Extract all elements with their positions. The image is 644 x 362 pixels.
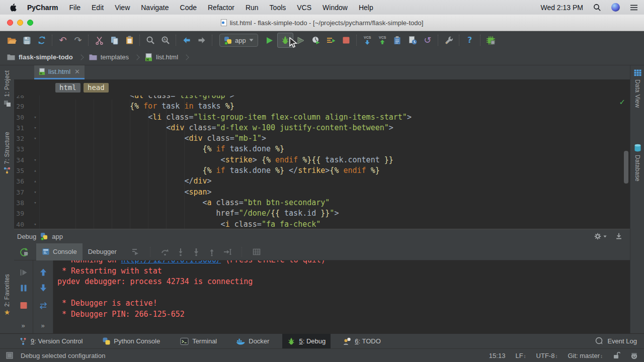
menu-window[interactable]: Window — [317, 4, 353, 12]
fold-marker-icon[interactable]: ▾ — [32, 187, 38, 198]
fold-marker-icon[interactable]: ▾ — [32, 133, 38, 144]
profiler-button[interactable] — [308, 33, 324, 47]
minimize-window-button[interactable] — [17, 20, 23, 26]
toolwindow-debug[interactable]: 5: Debug — [282, 334, 331, 349]
console-output[interactable]: * Running on http://127.0.0.1:5000/ (Pre… — [57, 260, 630, 320]
step-into-icon[interactable] — [176, 247, 185, 256]
synchronize-button[interactable] — [34, 33, 49, 47]
toolwindow-terminal[interactable]: Terminal — [175, 334, 222, 349]
navigate-back-button[interactable] — [179, 33, 194, 47]
concurrency-diagram-button[interactable] — [324, 33, 339, 47]
rollback-button[interactable]: ↺ — [420, 33, 435, 47]
code-line[interactable]: 31▾ <div class="d-flex w-100 justify-con… — [14, 123, 630, 133]
stop-button[interactable] — [339, 33, 354, 47]
fold-marker-icon[interactable]: ▴ — [32, 165, 38, 176]
replace-button[interactable]: A — [158, 33, 173, 47]
breadcrumb-file[interactable]: H list.html — [144, 53, 179, 61]
menubar-clock[interactable]: Wed 2:13 PM — [540, 4, 583, 12]
menu-navigate[interactable]: Navigate — [135, 4, 174, 12]
code-line[interactable]: 33 {% if task.done %} — [14, 144, 630, 154]
menu-help[interactable]: Help — [353, 4, 379, 12]
debug-settings-gear-icon[interactable] — [594, 232, 607, 240]
menu-file[interactable]: File — [63, 4, 86, 12]
tab-debugger[interactable]: Debugger — [83, 243, 122, 260]
navigate-forward-button[interactable] — [194, 33, 209, 47]
redo-button[interactable]: ↷ — [70, 33, 86, 47]
menu-tools[interactable]: Tools — [264, 4, 292, 12]
editor-tab-list-html[interactable]: H list.html ✕ — [34, 65, 85, 78]
notification-center-icon[interactable] — [630, 5, 638, 11]
code-line[interactable]: 40▾ <i class="fa fa-check" — [14, 219, 630, 229]
save-all-button[interactable] — [19, 33, 34, 47]
run-to-cursor-icon[interactable] — [223, 247, 232, 256]
more-actions-button[interactable]: » — [21, 322, 25, 329]
open-button[interactable] — [4, 33, 19, 47]
editor-scrollbar[interactable] — [624, 151, 628, 184]
file-encoding[interactable]: UTF-8↕ — [536, 352, 558, 359]
unlocked-icon[interactable] — [613, 351, 620, 359]
editor[interactable]: html head 28 <ul class="list-group">29 {… — [14, 79, 630, 229]
window-titlebar[interactable]: list.html - flask-simple-todo - [~/proje… — [0, 15, 644, 31]
toolwindow-docker[interactable]: Docker — [231, 334, 274, 349]
code-area[interactable]: 28 <ul class="list-group">29 {% for task… — [14, 90, 630, 229]
scroll-down-icon[interactable] — [39, 284, 47, 292]
close-window-button[interactable] — [7, 20, 13, 26]
scroll-up-icon[interactable] — [39, 268, 47, 277]
breadcrumb-project[interactable]: flask-simple-todo — [6, 53, 74, 61]
menu-vcs[interactable]: VCS — [291, 4, 317, 12]
apple-menu-icon[interactable] — [10, 4, 17, 12]
code-line[interactable]: 37▾ <span> — [14, 187, 630, 198]
help-button[interactable]: ? — [462, 33, 477, 47]
close-tab-icon[interactable]: ✕ — [74, 68, 80, 75]
vcs-update-button[interactable]: VCS — [360, 33, 375, 47]
toolwindow-toggle-icon[interactable] — [6, 352, 13, 359]
debug-console[interactable]: » » * Running on http://127.0.0.1:5000/ … — [14, 260, 630, 333]
paste-button[interactable] — [122, 33, 137, 47]
crumb-head[interactable]: head — [84, 83, 109, 93]
toolwindow-python-console[interactable]: Python Console — [98, 334, 165, 349]
find-button[interactable] — [143, 33, 158, 47]
step-over-icon[interactable] — [160, 247, 170, 256]
crumb-html[interactable]: html — [55, 83, 80, 93]
stripe-dataview-button[interactable]: Data View — [630, 69, 644, 108]
resume-button[interactable] — [20, 268, 28, 277]
vcs-commit-button[interactable]: VCS — [375, 33, 390, 47]
event-log-button[interactable]: Event Log — [595, 337, 637, 345]
fold-marker-icon[interactable] — [32, 208, 38, 219]
restore-layout-icon[interactable] — [39, 301, 48, 310]
step-out-icon[interactable] — [207, 247, 216, 256]
rerun-button[interactable] — [19, 247, 29, 257]
copy-button[interactable] — [107, 33, 122, 47]
caret-position[interactable]: 15:13 — [489, 352, 506, 359]
ai-chip-button[interactable] — [484, 33, 499, 47]
view-breakpoints-grid-icon[interactable] — [252, 247, 261, 256]
fold-marker-icon[interactable]: ▴ — [32, 176, 38, 187]
show-execution-point-icon[interactable] — [131, 247, 140, 256]
code-line[interactable]: 30▾ <li class="list-group-item flex-colu… — [14, 112, 630, 123]
pause-button[interactable] — [20, 284, 27, 292]
console-link[interactable]: http://127.0.0.1:5000/ — [121, 260, 221, 264]
siri-icon[interactable] — [611, 3, 620, 12]
breadcrumb-templates[interactable]: templates — [88, 53, 130, 61]
fold-marker-icon[interactable] — [32, 101, 38, 112]
show-changes-button[interactable] — [390, 33, 405, 47]
toolwindow-version-control[interactable]: 9: Version Control — [14, 334, 88, 349]
toolwindow-todo[interactable]: 6: TODO — [338, 334, 386, 349]
code-line[interactable]: 29 {% for task in tasks %} — [14, 101, 630, 112]
code-line[interactable]: 35▴ {% if task.done %} </strike>{% endif… — [14, 165, 630, 176]
git-branch[interactable]: Git: master↕ — [568, 352, 603, 359]
fold-marker-icon[interactable]: ▾ — [32, 123, 38, 133]
fold-marker-icon[interactable]: ▾ — [32, 198, 38, 208]
fold-marker-icon[interactable] — [32, 144, 38, 154]
menu-run[interactable]: Run — [240, 4, 264, 12]
menu-view[interactable]: View — [109, 4, 135, 12]
tab-console[interactable]: Console — [36, 243, 83, 260]
settings-button[interactable] — [441, 33, 456, 47]
hector-inspections-icon[interactable] — [630, 352, 638, 359]
fold-marker-icon[interactable]: ▾ — [32, 155, 38, 165]
run-configuration-select[interactable]: app — [219, 34, 258, 47]
more-actions-button[interactable]: » — [41, 322, 45, 329]
undo-button[interactable]: ↶ — [55, 33, 70, 47]
menu-refactor[interactable]: Refactor — [202, 4, 240, 12]
menu-pycharm[interactable]: PyCharm — [22, 4, 63, 12]
